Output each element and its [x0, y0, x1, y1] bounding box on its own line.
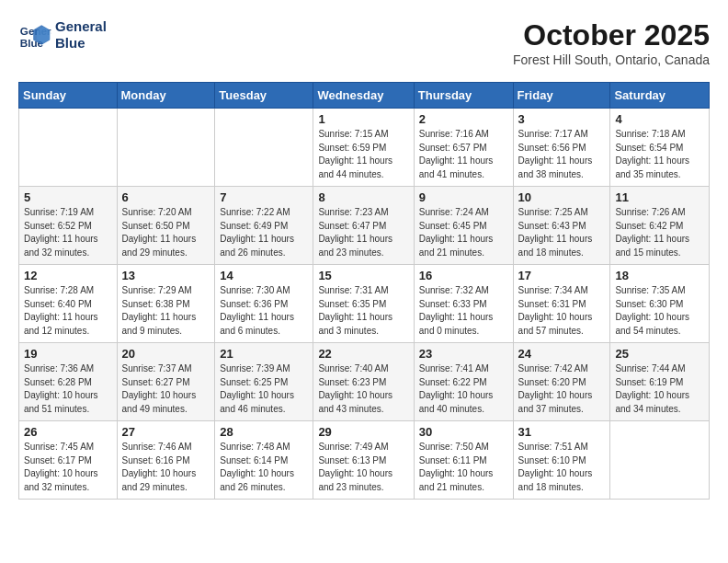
day-info: Sunrise: 7:40 AM Sunset: 6:23 PM Dayligh…	[318, 362, 408, 416]
calendar-cell: 16Sunrise: 7:32 AM Sunset: 6:33 PM Dayli…	[414, 265, 513, 343]
calendar-cell: 17Sunrise: 7:34 AM Sunset: 6:31 PM Dayli…	[513, 265, 610, 343]
calendar-cell	[610, 421, 710, 500]
day-info: Sunrise: 7:44 AM Sunset: 6:19 PM Dayligh…	[615, 362, 704, 416]
day-info: Sunrise: 7:23 AM Sunset: 6:47 PM Dayligh…	[318, 206, 408, 259]
day-info: Sunrise: 7:18 AM Sunset: 6:54 PM Dayligh…	[615, 128, 704, 181]
calendar-cell: 9Sunrise: 7:24 AM Sunset: 6:45 PM Daylig…	[414, 187, 513, 265]
calendar-cell: 31Sunrise: 7:51 AM Sunset: 6:10 PM Dayli…	[513, 421, 610, 500]
day-number: 26	[24, 425, 112, 439]
day-info: Sunrise: 7:37 AM Sunset: 6:27 PM Dayligh…	[122, 362, 210, 416]
day-number: 30	[419, 425, 508, 439]
day-number: 1	[318, 112, 408, 126]
calendar-cell	[215, 109, 313, 187]
day-number: 25	[615, 347, 704, 361]
calendar-cell: 14Sunrise: 7:30 AM Sunset: 6:36 PM Dayli…	[215, 265, 313, 343]
day-number: 31	[518, 425, 606, 439]
day-info: Sunrise: 7:46 AM Sunset: 6:16 PM Dayligh…	[122, 441, 210, 494]
day-number: 16	[419, 269, 508, 282]
weekday-header-saturday: Saturday	[610, 83, 710, 109]
calendar-week-row: 26Sunrise: 7:45 AM Sunset: 6:17 PM Dayli…	[19, 421, 710, 500]
day-info: Sunrise: 7:36 AM Sunset: 6:28 PM Dayligh…	[24, 362, 112, 416]
calendar-cell: 21Sunrise: 7:39 AM Sunset: 6:25 PM Dayli…	[215, 343, 313, 421]
calendar-cell: 11Sunrise: 7:26 AM Sunset: 6:42 PM Dayli…	[610, 187, 710, 265]
calendar-table: SundayMondayTuesdayWednesdayThursdayFrid…	[18, 82, 710, 500]
calendar-cell	[117, 109, 215, 187]
day-info: Sunrise: 7:35 AM Sunset: 6:30 PM Dayligh…	[615, 284, 704, 338]
day-info: Sunrise: 7:26 AM Sunset: 6:42 PM Dayligh…	[615, 206, 704, 259]
day-number: 7	[220, 190, 308, 204]
calendar-cell: 3Sunrise: 7:17 AM Sunset: 6:56 PM Daylig…	[513, 109, 610, 187]
title-block: October 2025 Forest Hill South, Ontario,…	[513, 18, 710, 67]
day-number: 3	[518, 112, 606, 126]
calendar-cell: 13Sunrise: 7:29 AM Sunset: 6:38 PM Dayli…	[117, 265, 215, 343]
calendar-cell: 27Sunrise: 7:46 AM Sunset: 6:16 PM Dayli…	[117, 421, 215, 500]
calendar-week-row: 19Sunrise: 7:36 AM Sunset: 6:28 PM Dayli…	[19, 343, 710, 421]
calendar-cell: 6Sunrise: 7:20 AM Sunset: 6:50 PM Daylig…	[117, 187, 215, 265]
day-info: Sunrise: 7:34 AM Sunset: 6:31 PM Dayligh…	[518, 284, 606, 338]
calendar-cell: 8Sunrise: 7:23 AM Sunset: 6:47 PM Daylig…	[313, 187, 414, 265]
day-number: 4	[615, 112, 704, 126]
day-number: 15	[318, 269, 408, 282]
calendar-cell: 19Sunrise: 7:36 AM Sunset: 6:28 PM Dayli…	[19, 343, 118, 421]
weekday-header-tuesday: Tuesday	[215, 83, 313, 109]
day-info: Sunrise: 7:24 AM Sunset: 6:45 PM Dayligh…	[419, 206, 508, 259]
day-number: 13	[122, 269, 210, 282]
day-info: Sunrise: 7:20 AM Sunset: 6:50 PM Dayligh…	[122, 206, 210, 259]
logo: General Blue General Blue	[18, 18, 107, 52]
day-number: 14	[220, 269, 308, 282]
day-info: Sunrise: 7:29 AM Sunset: 6:38 PM Dayligh…	[122, 284, 210, 338]
logo-text: General Blue	[55, 18, 107, 52]
day-info: Sunrise: 7:42 AM Sunset: 6:20 PM Dayligh…	[518, 362, 606, 416]
calendar-cell: 7Sunrise: 7:22 AM Sunset: 6:49 PM Daylig…	[215, 187, 313, 265]
calendar-cell: 1Sunrise: 7:15 AM Sunset: 6:59 PM Daylig…	[313, 109, 414, 187]
day-info: Sunrise: 7:48 AM Sunset: 6:14 PM Dayligh…	[220, 441, 308, 494]
day-info: Sunrise: 7:51 AM Sunset: 6:10 PM Dayligh…	[518, 441, 606, 494]
day-number: 29	[318, 425, 408, 439]
calendar-cell: 24Sunrise: 7:42 AM Sunset: 6:20 PM Dayli…	[513, 343, 610, 421]
location: Forest Hill South, Ontario, Canada	[513, 52, 710, 67]
day-info: Sunrise: 7:15 AM Sunset: 6:59 PM Dayligh…	[318, 128, 408, 181]
day-number: 18	[615, 269, 704, 282]
calendar-cell: 15Sunrise: 7:31 AM Sunset: 6:35 PM Dayli…	[313, 265, 414, 343]
calendar-cell: 18Sunrise: 7:35 AM Sunset: 6:30 PM Dayli…	[610, 265, 710, 343]
calendar-cell: 25Sunrise: 7:44 AM Sunset: 6:19 PM Dayli…	[610, 343, 710, 421]
day-number: 2	[419, 112, 508, 126]
day-info: Sunrise: 7:16 AM Sunset: 6:57 PM Dayligh…	[419, 128, 508, 181]
day-number: 22	[318, 347, 408, 361]
day-number: 6	[122, 190, 210, 204]
calendar-cell	[19, 109, 118, 187]
day-number: 11	[615, 190, 704, 204]
calendar-cell: 30Sunrise: 7:50 AM Sunset: 6:11 PM Dayli…	[414, 421, 513, 500]
weekday-header-row: SundayMondayTuesdayWednesdayThursdayFrid…	[19, 83, 710, 109]
day-info: Sunrise: 7:49 AM Sunset: 6:13 PM Dayligh…	[318, 441, 408, 494]
day-info: Sunrise: 7:45 AM Sunset: 6:17 PM Dayligh…	[24, 441, 112, 494]
logo-icon: General Blue	[18, 18, 51, 52]
weekday-header-monday: Monday	[117, 83, 215, 109]
day-number: 27	[122, 425, 210, 439]
weekday-header-wednesday: Wednesday	[313, 83, 414, 109]
day-info: Sunrise: 7:31 AM Sunset: 6:35 PM Dayligh…	[318, 284, 408, 338]
day-number: 21	[220, 347, 308, 361]
calendar-cell: 23Sunrise: 7:41 AM Sunset: 6:22 PM Dayli…	[414, 343, 513, 421]
day-info: Sunrise: 7:22 AM Sunset: 6:49 PM Dayligh…	[220, 206, 308, 259]
day-number: 12	[24, 269, 112, 282]
calendar-week-row: 5Sunrise: 7:19 AM Sunset: 6:52 PM Daylig…	[19, 187, 710, 265]
day-info: Sunrise: 7:17 AM Sunset: 6:56 PM Dayligh…	[518, 128, 606, 181]
day-number: 19	[24, 347, 112, 361]
calendar-cell: 12Sunrise: 7:28 AM Sunset: 6:40 PM Dayli…	[19, 265, 118, 343]
calendar-cell: 5Sunrise: 7:19 AM Sunset: 6:52 PM Daylig…	[19, 187, 118, 265]
calendar-cell: 4Sunrise: 7:18 AM Sunset: 6:54 PM Daylig…	[610, 109, 710, 187]
calendar-cell: 28Sunrise: 7:48 AM Sunset: 6:14 PM Dayli…	[215, 421, 313, 500]
calendar-cell: 10Sunrise: 7:25 AM Sunset: 6:43 PM Dayli…	[513, 187, 610, 265]
weekday-header-friday: Friday	[513, 83, 610, 109]
month-title: October 2025	[513, 18, 710, 52]
calendar-cell: 26Sunrise: 7:45 AM Sunset: 6:17 PM Dayli…	[19, 421, 118, 500]
day-number: 9	[419, 190, 508, 204]
day-number: 5	[24, 190, 112, 204]
day-info: Sunrise: 7:19 AM Sunset: 6:52 PM Dayligh…	[24, 206, 112, 259]
calendar-week-row: 1Sunrise: 7:15 AM Sunset: 6:59 PM Daylig…	[19, 109, 710, 187]
day-info: Sunrise: 7:41 AM Sunset: 6:22 PM Dayligh…	[419, 362, 508, 416]
day-number: 24	[518, 347, 606, 361]
calendar-cell: 20Sunrise: 7:37 AM Sunset: 6:27 PM Dayli…	[117, 343, 215, 421]
weekday-header-thursday: Thursday	[414, 83, 513, 109]
